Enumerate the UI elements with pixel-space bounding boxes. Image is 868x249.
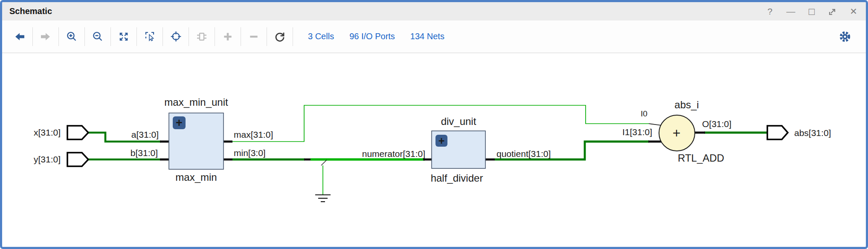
- toolbar-separator: [267, 27, 267, 46]
- adder-operator: +: [673, 125, 681, 141]
- pin-label-a: a[31:0]: [131, 130, 159, 139]
- toolbar-separator: [84, 27, 85, 46]
- pin-label-b: b[31:0]: [131, 148, 158, 158]
- schematic-drawing: + + + x[31:0] y[31:0] max_min_unit max_m…: [2, 53, 866, 247]
- toolbar: 3 Cells 96 I/O Ports 134 Nets: [2, 20, 866, 53]
- expand-plus-icon: +: [176, 116, 183, 129]
- port-label-x: x[31:0]: [34, 127, 61, 137]
- plus-icon: [222, 31, 233, 42]
- expand-button-max-min[interactable]: +: [173, 116, 186, 129]
- zoom-out-icon: [92, 31, 103, 42]
- expand-plus-icon: +: [438, 135, 445, 147]
- settings-wrap: [836, 27, 854, 46]
- forward-arrow-icon: [40, 32, 51, 42]
- module-label-max-min: max_min: [175, 171, 217, 183]
- nets-count: 134 Nets: [410, 32, 444, 41]
- minimize-icon[interactable]: —: [786, 6, 795, 17]
- titlebar: Schematic ? — □ ✕: [2, 2, 866, 20]
- output-port-abs[interactable]: [767, 126, 788, 139]
- instance-label-abs-i: abs_i: [674, 99, 699, 110]
- toggle-autofit-button[interactable]: [193, 27, 211, 46]
- cell-chip-icon: [196, 31, 208, 42]
- pin-label-i1: I1[31:0]: [622, 127, 652, 137]
- zoom-in-icon: [66, 31, 77, 42]
- pin-label-max: max[31:0]: [234, 130, 273, 139]
- help-icon[interactable]: ?: [765, 6, 775, 17]
- zoom-selection-icon: [144, 31, 156, 42]
- zoom-out-button[interactable]: [89, 27, 107, 46]
- toolbar-separator: [163, 27, 163, 46]
- instance-label-max-min-unit: max_min_unit: [164, 96, 228, 108]
- minus-icon: [248, 31, 259, 42]
- module-label-half-divider: half_divider: [431, 172, 483, 184]
- toolbar-separator: [189, 27, 189, 46]
- toolbar-separator: [293, 27, 293, 46]
- expand-selection-button[interactable]: [219, 27, 237, 46]
- gear-icon: [839, 30, 851, 43]
- toolbar-separator: [215, 27, 215, 46]
- port-label-y: y[31:0]: [34, 154, 61, 164]
- i0-pin-line: [649, 124, 662, 125]
- zoom-fit-button[interactable]: [115, 27, 133, 46]
- window-controls: ? — □ ✕: [765, 6, 858, 17]
- refresh-icon: [274, 31, 286, 42]
- schematic-window: Schematic ? — □ ✕: [0, 0, 868, 249]
- crosshair-icon: [170, 31, 182, 42]
- toolbar-separator: [58, 27, 59, 46]
- zoom-fit-icon: [118, 31, 129, 42]
- zoom-to-selection-button[interactable]: [141, 27, 159, 46]
- forward-button[interactable]: [37, 27, 55, 46]
- port-label-abs: abs[31:0]: [794, 128, 831, 138]
- toolbar-separator: [32, 27, 33, 46]
- zoom-in-button[interactable]: [63, 27, 81, 46]
- maximize-icon[interactable]: □: [807, 6, 816, 17]
- bus-ripper-tick: [321, 160, 327, 165]
- toolbar-stats: 3 Cells 96 I/O Ports 134 Nets: [308, 32, 444, 41]
- input-port-x[interactable]: [67, 126, 88, 139]
- back-arrow-icon: [14, 32, 25, 42]
- autofit-selection-button[interactable]: [167, 27, 185, 46]
- pin-label-o: O[31:0]: [702, 119, 732, 129]
- input-port-y[interactable]: [67, 153, 88, 166]
- expand-button-div-unit[interactable]: +: [435, 135, 447, 147]
- instance-label-div-unit: div_unit: [441, 116, 476, 127]
- toolbar-separator: [241, 27, 241, 46]
- settings-button[interactable]: [836, 27, 854, 46]
- cells-count: 3 Cells: [308, 32, 334, 41]
- collapse-selection-button[interactable]: [245, 27, 263, 46]
- close-icon[interactable]: ✕: [849, 6, 858, 17]
- module-label-rtl-add: RTL_ADD: [678, 152, 724, 164]
- pin-label-i0: I0: [641, 109, 647, 118]
- toolbar-separator: [136, 27, 137, 46]
- float-arrow-icon: [828, 7, 837, 16]
- pin-label-min: min[3:0]: [234, 148, 266, 158]
- float-restore-icon[interactable]: [828, 6, 837, 17]
- schematic-canvas[interactable]: + + + x[31:0] y[31:0] max_min_unit max_m…: [2, 53, 866, 247]
- pin-label-numerator: numerator[31:0]: [362, 149, 425, 159]
- back-button[interactable]: [11, 27, 29, 46]
- regenerate-layout-button[interactable]: [271, 27, 289, 46]
- pin-label-quotient: quotient[31:0]: [496, 149, 551, 159]
- window-title: Schematic: [9, 6, 52, 16]
- toolbar-separator: [110, 27, 111, 46]
- ground-symbol[interactable]: [315, 195, 331, 202]
- io-ports-count: 96 I/O Ports: [349, 32, 395, 41]
